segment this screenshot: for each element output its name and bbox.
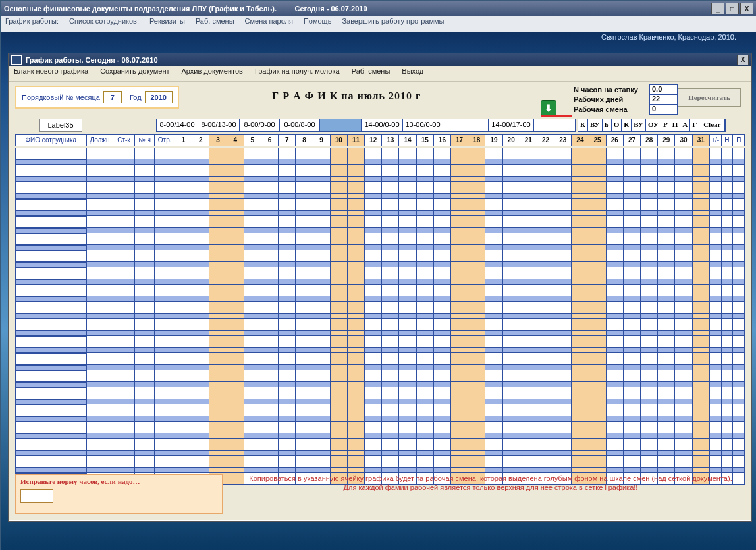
day-cell[interactable] [330, 365, 347, 370]
day-cell[interactable] [450, 433, 468, 439]
day-cell[interactable] [606, 416, 623, 422]
day-cell[interactable] [537, 433, 554, 439]
day-cell[interactable] [192, 336, 209, 348]
day-cell[interactable] [313, 365, 330, 370]
day-cell[interactable] [674, 433, 691, 439]
day-cell[interactable] [606, 433, 623, 439]
day-cell[interactable] [381, 365, 398, 370]
day-cell[interactable] [502, 416, 520, 422]
day-cell[interactable] [640, 353, 657, 365]
extra-cell[interactable] [721, 159, 733, 165]
day-cell[interactable] [381, 233, 398, 245]
day-cell[interactable] [640, 336, 657, 348]
day-cell[interactable] [330, 314, 347, 319]
day-cell[interactable] [657, 194, 674, 199]
day-cell[interactable] [606, 468, 623, 473]
day-cell[interactable] [381, 353, 398, 365]
day-cell[interactable] [537, 177, 554, 182]
day-cell[interactable] [278, 404, 295, 416]
emp-cell[interactable] [113, 433, 134, 439]
day-cell[interactable] [674, 319, 691, 331]
day-cell[interactable] [347, 228, 364, 233]
day-cell[interactable] [485, 267, 502, 279]
day-cell[interactable] [433, 250, 450, 262]
day-cell[interactable] [227, 404, 244, 416]
day-cell[interactable] [416, 267, 433, 279]
day-cell[interactable] [502, 177, 520, 182]
day-cell[interactable] [227, 216, 244, 228]
day-cell[interactable] [485, 331, 502, 336]
day-cell[interactable] [554, 279, 571, 285]
day-cell[interactable] [485, 314, 502, 319]
day-cell[interactable] [244, 336, 261, 348]
day-cell[interactable] [175, 348, 192, 353]
emp-cell[interactable] [86, 399, 113, 404]
day-cell[interactable] [416, 365, 433, 370]
extra-cell[interactable] [709, 199, 721, 211]
day-cell[interactable] [295, 319, 312, 331]
day-cell[interactable] [295, 439, 312, 451]
day-cell[interactable] [433, 182, 450, 194]
day-cell[interactable] [295, 285, 312, 296]
code-button[interactable]: ОУ [646, 119, 661, 131]
day-cell[interactable] [692, 233, 709, 245]
day-cell[interactable] [192, 451, 209, 456]
day-cell[interactable] [589, 314, 606, 319]
day-cell[interactable] [502, 285, 520, 296]
day-cell[interactable] [468, 302, 485, 314]
day-cell[interactable] [381, 439, 398, 451]
day-cell[interactable] [520, 451, 537, 456]
day-cell[interactable] [313, 387, 330, 399]
day-cell[interactable] [209, 451, 226, 456]
day-cell[interactable] [261, 399, 278, 404]
day-cell[interactable] [278, 353, 295, 365]
day-cell[interactable] [209, 439, 226, 451]
day-cell[interactable] [520, 245, 537, 250]
day-cell[interactable] [209, 194, 226, 199]
day-cell[interactable] [175, 451, 192, 456]
extra-cell[interactable] [709, 336, 721, 348]
shift-cell[interactable]: 8-00/14-00 [157, 119, 198, 131]
extra-cell[interactable] [732, 468, 745, 473]
emp-cell[interactable] [154, 228, 175, 233]
day-cell[interactable] [244, 422, 261, 433]
day-cell[interactable] [537, 285, 554, 296]
emp-cell[interactable] [15, 382, 86, 387]
day-cell[interactable] [571, 211, 588, 216]
day-cell[interactable] [485, 194, 502, 199]
close-button[interactable]: X [740, 3, 753, 14]
emp-cell[interactable] [134, 148, 155, 159]
day-cell[interactable] [589, 336, 606, 348]
day-cell[interactable] [657, 404, 674, 416]
day-cell[interactable] [640, 296, 657, 302]
day-cell[interactable] [692, 279, 709, 285]
day-cell[interactable] [623, 216, 640, 228]
day-cell[interactable] [520, 416, 537, 422]
day-cell[interactable] [571, 416, 588, 422]
day-cell[interactable] [657, 336, 674, 348]
day-cell[interactable] [381, 194, 398, 199]
day-cell[interactable] [623, 211, 640, 216]
emp-cell[interactable] [15, 211, 86, 216]
day-cell[interactable] [640, 285, 657, 296]
app-menu-item[interactable]: График работы: [5, 17, 59, 25]
day-cell[interactable] [589, 353, 606, 365]
day-cell[interactable] [554, 165, 571, 177]
day-cell[interactable] [571, 216, 588, 228]
day-cell[interactable] [209, 468, 226, 473]
day-cell[interactable] [520, 148, 537, 159]
day-cell[interactable] [278, 194, 295, 199]
day-cell[interactable] [227, 433, 244, 439]
extra-cell[interactable] [709, 228, 721, 233]
day-cell[interactable] [589, 159, 606, 165]
extra-cell[interactable] [709, 370, 721, 382]
day-cell[interactable] [175, 177, 192, 182]
day-cell[interactable] [485, 422, 502, 433]
day-cell[interactable] [468, 365, 485, 370]
recalc-button[interactable]: Пересчитать [678, 88, 741, 107]
emp-cell[interactable] [113, 165, 134, 177]
day-cell[interactable] [692, 177, 709, 182]
child-menu-item[interactable]: Архив документов [182, 67, 243, 75]
day-cell[interactable] [313, 456, 330, 468]
extra-cell[interactable] [721, 314, 733, 319]
